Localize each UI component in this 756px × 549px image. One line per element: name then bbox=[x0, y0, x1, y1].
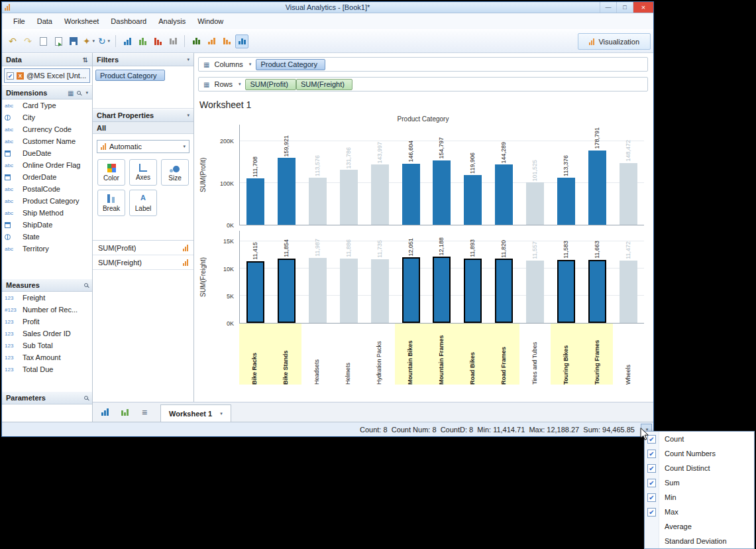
rows-pill-sum-profit[interactable]: SUM(Profit) bbox=[245, 79, 296, 90]
menu-file[interactable]: File bbox=[7, 15, 31, 28]
property-button-color[interactable]: Color bbox=[97, 159, 125, 186]
dimension-orderdate[interactable]: OrderDate bbox=[2, 171, 92, 183]
new-dashboard-icon[interactable] bbox=[118, 405, 131, 419]
percent-chart-icon[interactable] bbox=[166, 34, 180, 48]
search-icon[interactable] bbox=[77, 91, 81, 95]
columns-pill-product-category[interactable]: Product Category bbox=[256, 59, 325, 70]
sort-ascending-icon[interactable] bbox=[205, 34, 218, 48]
measure-profit[interactable]: 123Profit bbox=[2, 316, 92, 328]
x-label-headsets[interactable]: Headsets bbox=[301, 324, 333, 385]
measure-freight[interactable]: 123Freight bbox=[2, 292, 92, 304]
menu-data[interactable]: Data bbox=[31, 15, 58, 28]
bar-hydration-packs[interactable] bbox=[371, 259, 389, 323]
rows-pill-sum-freight[interactable]: SUM(Freight) bbox=[296, 79, 352, 90]
bar-bike-racks[interactable] bbox=[246, 178, 264, 225]
bar-mountain-frames[interactable] bbox=[433, 160, 451, 225]
measure-tax-amount[interactable]: 123Tax Amount bbox=[2, 351, 92, 363]
bar-headsets[interactable] bbox=[309, 258, 327, 323]
x-label-mountain-bikes[interactable]: Mountain Bikes bbox=[395, 324, 426, 385]
redo-icon[interactable]: ↷ bbox=[21, 34, 34, 48]
bar-chart-icon[interactable] bbox=[121, 34, 134, 48]
bar-bike-racks[interactable] bbox=[246, 261, 264, 323]
chevron-down-icon[interactable]: ▾ bbox=[187, 113, 189, 118]
new-document-icon[interactable] bbox=[36, 34, 50, 48]
dimension-postalcode[interactable]: abcPostalCode bbox=[2, 183, 92, 195]
property-button-label[interactable]: Label bbox=[129, 190, 157, 216]
menu-item-sum[interactable]: ✔Sum bbox=[645, 475, 754, 490]
show-visualization-icon[interactable] bbox=[235, 34, 248, 48]
dimension-city[interactable]: City bbox=[2, 111, 92, 123]
dimension-customer-name[interactable]: abcCustomer Name bbox=[2, 135, 92, 147]
dimension-product-category[interactable]: abcProduct Category bbox=[2, 195, 92, 207]
close-button[interactable]: × bbox=[633, 2, 653, 13]
dimension-card-type[interactable]: abcCard Type bbox=[2, 99, 92, 111]
filters-header[interactable]: Filters ▾ bbox=[93, 53, 193, 66]
chevron-down-icon[interactable]: ▾ bbox=[187, 57, 189, 62]
bar-helmets[interactable] bbox=[340, 259, 358, 323]
menu-item-max[interactable]: ✔Max bbox=[645, 505, 754, 519]
swap-axes-icon[interactable] bbox=[189, 34, 203, 48]
x-label-helmets[interactable]: Helmets bbox=[333, 324, 364, 385]
refresh-icon[interactable]: ↻▾ bbox=[97, 34, 111, 48]
chevron-down-icon[interactable]: ▾ bbox=[239, 82, 241, 87]
connection-checkbox[interactable]: ✔ bbox=[7, 72, 14, 80]
bar-road-frames[interactable] bbox=[495, 259, 513, 323]
table-grid-icon[interactable]: ▦ bbox=[68, 90, 74, 97]
chevron-down-icon[interactable]: ▾ bbox=[220, 411, 223, 416]
property-button-break[interactable]: Break bbox=[97, 190, 125, 216]
x-label-bike-stands[interactable]: Bike Stands bbox=[270, 324, 301, 385]
data-panel-header[interactable]: Data ⇅ bbox=[2, 53, 92, 66]
property-button-size[interactable]: Size bbox=[161, 159, 189, 186]
menu-item-count-distinct[interactable]: ✔Count Distinct bbox=[645, 461, 754, 475]
bar-touring-bikes[interactable] bbox=[557, 178, 575, 225]
x-label-road-frames[interactable]: Road Frames bbox=[488, 324, 519, 385]
search-icon[interactable] bbox=[84, 283, 88, 287]
columns-shelf[interactable]: ▦ Columns ▾ Product Category bbox=[198, 57, 648, 72]
dimensions-header[interactable]: Dimensions ▦ ▾ bbox=[2, 86, 92, 99]
menu-worksheet[interactable]: Worksheet bbox=[58, 15, 105, 28]
bar-wheels[interactable] bbox=[620, 261, 637, 323]
chevron-down-icon[interactable]: ▾ bbox=[249, 62, 252, 67]
bar-touring-frames[interactable] bbox=[588, 151, 606, 225]
bar-road-bikes[interactable] bbox=[464, 175, 482, 225]
x-label-hydration-packs[interactable]: Hydration Packs bbox=[364, 324, 395, 385]
bar-bike-stands[interactable] bbox=[278, 259, 296, 323]
chart-type-select[interactable]: Automatic ▾ bbox=[97, 140, 189, 153]
property-button-axes[interactable]: Axes bbox=[129, 159, 157, 186]
visualization-button[interactable]: Visualization bbox=[578, 33, 651, 50]
x-label-bike-racks[interactable]: Bike Racks bbox=[239, 324, 270, 385]
menu-item-count-numbers[interactable]: ✔Count Numbers bbox=[645, 446, 754, 461]
tab-worksheet-1[interactable]: Worksheet 1 ▾ bbox=[160, 404, 231, 422]
menu-item-average[interactable]: Average bbox=[645, 519, 754, 534]
filters-pills[interactable]: Product Category bbox=[93, 66, 193, 109]
dimension-currency-code[interactable]: abcCurrency Code bbox=[2, 123, 92, 135]
search-icon[interactable] bbox=[84, 396, 88, 400]
menu-analysis[interactable]: Analysis bbox=[152, 15, 191, 28]
dimension-online-order-flag[interactable]: abcOnline Order Flag bbox=[2, 159, 92, 171]
export-icon[interactable] bbox=[52, 34, 65, 48]
menu-dashboard[interactable]: Dashboard bbox=[105, 15, 152, 28]
bar-mountain-bikes[interactable] bbox=[402, 164, 420, 225]
bar-helmets[interactable] bbox=[340, 170, 358, 225]
x-label-touring-bikes[interactable]: Touring Bikes bbox=[551, 324, 582, 385]
series-row-sum-freight[interactable]: SUM(Freight) bbox=[93, 255, 193, 270]
save-icon[interactable] bbox=[67, 34, 80, 48]
dimension-duedate[interactable]: DueDate bbox=[2, 147, 92, 159]
dimension-territory[interactable]: abcTerritory bbox=[2, 243, 92, 255]
dimension-state[interactable]: State bbox=[2, 231, 92, 243]
bar-touring-frames[interactable] bbox=[588, 260, 606, 323]
bar-road-bikes[interactable] bbox=[464, 259, 482, 323]
x-label-mountain-frames[interactable]: Mountain Frames bbox=[426, 324, 457, 385]
measure-total-due[interactable]: 123Total Due bbox=[2, 363, 92, 375]
measure-sales-order-id[interactable]: 123Sales Order ID bbox=[2, 328, 92, 339]
maximize-button[interactable]: □ bbox=[616, 2, 633, 13]
list-view-icon[interactable]: ≡ bbox=[138, 405, 151, 419]
menu-item-standard-deviation[interactable]: Standard Deviation bbox=[645, 534, 754, 548]
measure-sub-total[interactable]: 123Sub Total bbox=[2, 339, 92, 351]
minimize-button[interactable]: — bbox=[600, 2, 616, 13]
chart-properties-header[interactable]: Chart Properties ▾ bbox=[93, 109, 193, 122]
descending-chart-icon[interactable] bbox=[151, 34, 164, 48]
x-label-wheels[interactable]: Wheels bbox=[613, 324, 644, 385]
dimension-ship-method[interactable]: abcShip Method bbox=[2, 207, 92, 219]
bar-mountain-frames[interactable] bbox=[433, 257, 451, 323]
